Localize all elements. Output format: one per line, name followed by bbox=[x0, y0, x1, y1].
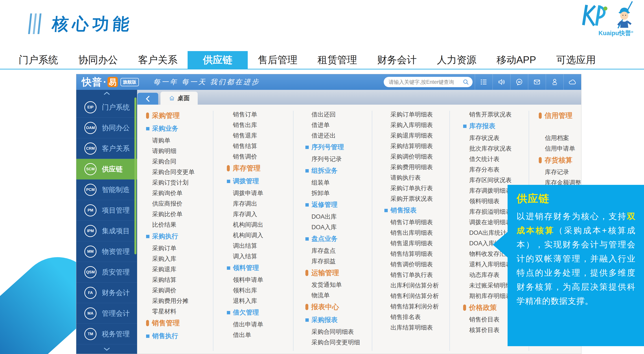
section-header[interactable]: 销售管理 bbox=[146, 317, 194, 330]
menu-link[interactable]: 销售退库 bbox=[227, 130, 263, 141]
menu-link[interactable]: 请购单 bbox=[146, 135, 194, 146]
menu-link[interactable]: 采购订单 bbox=[146, 243, 194, 253]
menu-link[interactable]: 序列号记录 bbox=[306, 154, 360, 164]
speaker-icon[interactable] bbox=[492, 74, 510, 90]
subsection-header[interactable]: 采购报表 bbox=[306, 314, 360, 327]
cloud-icon[interactable] bbox=[564, 74, 581, 90]
section-header[interactable]: 信用管理 bbox=[539, 109, 581, 122]
menu-link[interactable]: 库存盘点 bbox=[306, 245, 360, 256]
menu-link[interactable]: 销售利润估算分析 bbox=[384, 291, 439, 301]
sidebar-item-EIP[interactable]: EIP门户系统 bbox=[76, 97, 137, 118]
menu-link[interactable]: 库存调拨明细表 bbox=[463, 185, 513, 196]
menu-link[interactable]: 信用申请单 bbox=[539, 143, 581, 154]
menu-link[interactable]: 退料入库明细表 bbox=[463, 259, 513, 270]
sidebar-item-CRM[interactable]: CRM客户关系 bbox=[76, 138, 137, 159]
subsection-header[interactable]: 序列号管理 bbox=[306, 141, 360, 154]
menu-link[interactable]: 调拨在途明细表 bbox=[463, 217, 513, 227]
menu-link[interactable]: 采购退库 bbox=[146, 264, 194, 274]
nav-tab-人力资源[interactable]: 人力资源 bbox=[427, 51, 486, 69]
user-icon[interactable] bbox=[546, 74, 564, 90]
menu-link[interactable]: 销售调价明细表 bbox=[384, 259, 439, 270]
menu-link[interactable]: 核算价目表 bbox=[463, 325, 513, 335]
sidebar-item-TM[interactable]: TM税务管理 bbox=[76, 324, 137, 344]
menu-link[interactable]: 库存区间状况表 bbox=[463, 175, 513, 185]
subsection-header[interactable]: 返修管理 bbox=[306, 198, 360, 211]
menu-link[interactable]: 采购订货计划 bbox=[146, 177, 194, 188]
menu-link[interactable]: 期初库存明细表 bbox=[463, 291, 513, 301]
menu-link[interactable]: 销售出库 bbox=[227, 120, 263, 130]
section-header[interactable]: 存货核算 bbox=[539, 154, 581, 167]
subsection-header[interactable]: 销售执行 bbox=[146, 330, 194, 343]
menu-link[interactable]: 采购费用明细表 bbox=[384, 162, 439, 172]
menu-link[interactable]: 出库利润估算分析 bbox=[384, 280, 439, 291]
sidebar-scroll-up[interactable] bbox=[76, 90, 137, 97]
sidebar-item-SCM[interactable]: SCM供应链 bbox=[76, 159, 137, 179]
menu-link[interactable]: 发货通知单 bbox=[306, 279, 360, 290]
sidebar-item-QSM[interactable]: QSM质安管理 bbox=[76, 262, 137, 283]
menu-link[interactable]: 领料出库 bbox=[227, 285, 263, 296]
menu-link[interactable]: 调拨申请单 bbox=[227, 188, 263, 198]
menu-link[interactable]: 销售订单执行表 bbox=[384, 270, 439, 280]
menu-link[interactable]: 供应商报价 bbox=[146, 198, 194, 209]
global-search-box[interactable] bbox=[384, 77, 472, 87]
menu-link[interactable]: 销售调价 bbox=[227, 151, 263, 162]
nav-tab-售后管理[interactable]: 售后管理 bbox=[248, 51, 308, 69]
menu-link[interactable]: 采购开票状况表 bbox=[384, 193, 439, 204]
sidebar-item-PM[interactable]: PM项目管理 bbox=[76, 200, 137, 221]
subsection-header[interactable]: 采购业务 bbox=[146, 122, 194, 135]
search-input[interactable] bbox=[388, 79, 462, 85]
subsection-header[interactable]: 调拨管理 bbox=[227, 175, 263, 188]
menu-link[interactable]: 借出申请单 bbox=[227, 319, 263, 330]
menu-link[interactable]: 销售开票状况表 bbox=[463, 109, 513, 120]
menu-link[interactable]: 批次库存状况表 bbox=[463, 143, 513, 154]
menu-link[interactable]: 借欠统计表 bbox=[463, 154, 513, 164]
menu-link[interactable]: 销售订单 bbox=[227, 109, 263, 120]
menu-link[interactable]: DOA入库 bbox=[306, 222, 360, 232]
menu-link[interactable]: 领料申请单 bbox=[227, 274, 263, 285]
section-header[interactable]: 价格政策 bbox=[463, 301, 513, 314]
menu-link[interactable]: 比价结果 bbox=[146, 219, 194, 230]
menu-link[interactable]: 销售订单明细表 bbox=[384, 217, 439, 227]
mail-icon[interactable] bbox=[528, 74, 546, 90]
menu-link[interactable]: 领料明细表 bbox=[463, 196, 513, 206]
menu-link[interactable]: 库存状况表 bbox=[463, 133, 513, 143]
subsection-header[interactable]: 领料管理 bbox=[227, 261, 263, 274]
tab-desktop[interactable]: 桌面 bbox=[160, 92, 198, 105]
nav-tab-协同办公[interactable]: 协同办公 bbox=[68, 51, 128, 69]
menu-link[interactable]: 调出结算 bbox=[227, 240, 263, 251]
nav-tab-客户关系[interactable]: 客户关系 bbox=[128, 51, 188, 69]
menu-link[interactable]: 采购合同明细表 bbox=[306, 327, 360, 337]
menu-link[interactable]: 销售价目表 bbox=[463, 314, 513, 325]
menu-link[interactable]: 采购退库明细表 bbox=[384, 130, 439, 141]
sidebar-item-OAM[interactable]: OAM协同办公 bbox=[76, 118, 137, 138]
menu-link[interactable]: 库存调入 bbox=[227, 209, 263, 219]
menu-link[interactable]: 动态库存表 bbox=[463, 270, 513, 280]
menu-link[interactable]: 借进单 bbox=[306, 120, 360, 130]
menu-link[interactable]: 机构间调入 bbox=[227, 230, 263, 240]
sidebar-scroll-down[interactable] bbox=[76, 344, 137, 354]
back-button[interactable] bbox=[138, 93, 158, 105]
menu-link[interactable]: 采购比价单 bbox=[146, 209, 194, 219]
sidebar-item-FA[interactable]: FA财务会计 bbox=[76, 283, 137, 303]
menu-link[interactable]: 销售退库明细表 bbox=[384, 238, 439, 248]
search-icon[interactable] bbox=[462, 78, 470, 86]
list-icon[interactable] bbox=[475, 74, 492, 90]
menu-link[interactable]: 出库结算明细表 bbox=[384, 322, 439, 333]
menu-link[interactable]: 采购订单执行表 bbox=[384, 183, 439, 193]
menu-link[interactable]: 采购合同变更明细 bbox=[306, 337, 360, 348]
menu-link[interactable]: 采购合同变更单 bbox=[146, 167, 194, 177]
subsection-header[interactable]: 借欠管理 bbox=[227, 306, 263, 319]
menu-link[interactable]: 采购结算 bbox=[146, 274, 194, 285]
menu-link[interactable]: 未过账采销明细 bbox=[463, 280, 513, 291]
menu-link[interactable]: 调入结算 bbox=[227, 251, 263, 261]
nav-tab-供应链[interactable]: 供应链 bbox=[188, 51, 248, 69]
menu-link[interactable]: DOA出库 bbox=[306, 211, 360, 222]
menu-link[interactable]: 销售结算 bbox=[227, 141, 263, 151]
menu-link[interactable]: 采购结算明细表 bbox=[384, 141, 439, 151]
menu-link[interactable]: 销售出库明细表 bbox=[384, 227, 439, 238]
menu-link[interactable]: 请购明细 bbox=[146, 146, 194, 156]
menu-link[interactable]: 退料入库 bbox=[227, 296, 263, 306]
subsection-header[interactable]: 盘点业务 bbox=[306, 232, 360, 245]
nav-tab-财务会计[interactable]: 财务会计 bbox=[367, 51, 427, 69]
menu-link[interactable]: 销售结算明细表 bbox=[384, 248, 439, 259]
